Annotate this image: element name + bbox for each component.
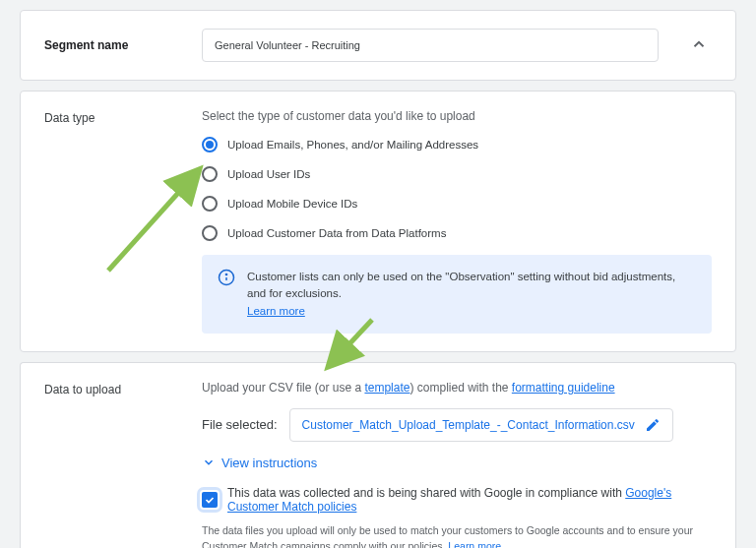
radio-option-data-platforms[interactable]: Upload Customer Data from Data Platforms <box>202 225 712 241</box>
radio-label: Upload Mobile Device IDs <box>227 198 357 210</box>
upload-desc-mid: ) complied with the <box>410 381 511 395</box>
svg-point-2 <box>225 274 226 274</box>
view-instructions-label: View instructions <box>221 456 317 470</box>
file-name: Customer_Match_Upload_Template_-_Contact… <box>302 418 635 432</box>
pencil-icon[interactable] <box>645 417 661 433</box>
file-box: Customer_Match_Upload_Template_-_Contact… <box>289 408 673 442</box>
segment-name-card: Segment name <box>20 10 736 81</box>
info-banner: Customer lists can only be used on the "… <box>202 255 712 334</box>
radio-label: Upload User IDs <box>227 168 310 180</box>
template-link[interactable]: template <box>364 381 410 395</box>
radio-option-emails[interactable]: Upload Emails, Phones, and/or Mailing Ad… <box>202 137 712 152</box>
fine-print: The data files you upload will only be u… <box>202 523 712 548</box>
info-text: Customer lists can only be used on the "… <box>247 271 675 299</box>
compliance-checkbox[interactable] <box>202 492 218 508</box>
info-icon <box>218 269 235 286</box>
compliance-row: This data was collected and is being sha… <box>202 486 712 514</box>
upload-desc-pre: Upload your CSV file (or use a <box>202 381 364 395</box>
upload-description: Upload your CSV file (or use a template)… <box>202 381 712 395</box>
info-learn-more-link[interactable]: Learn more <box>247 305 305 317</box>
radio-icon <box>202 166 218 182</box>
chevron-down-icon <box>202 456 216 469</box>
segment-name-input[interactable] <box>202 29 659 62</box>
formatting-guideline-link[interactable]: formatting guideline <box>512 381 615 395</box>
chevron-up-icon <box>690 35 708 53</box>
file-selected-label: File selected: <box>202 417 278 432</box>
radio-label: Upload Customer Data from Data Platforms <box>227 227 446 239</box>
data-type-description: Select the type of customer data you'd l… <box>202 109 712 123</box>
view-instructions-toggle[interactable]: View instructions <box>202 456 712 470</box>
data-type-card: Data type Select the type of customer da… <box>20 91 736 352</box>
data-type-label: Data type <box>44 109 182 334</box>
radio-icon <box>202 196 218 212</box>
radio-icon <box>202 137 218 152</box>
check-icon <box>204 494 216 506</box>
data-upload-label: Data to upload <box>44 381 182 548</box>
radio-option-user-ids[interactable]: Upload User IDs <box>202 166 712 182</box>
file-selected-row: File selected: Customer_Match_Upload_Tem… <box>202 408 712 442</box>
compliance-text: This data was collected and is being sha… <box>227 486 712 514</box>
data-upload-card: Data to upload Upload your CSV file (or … <box>20 362 736 548</box>
compliance-text-body: This data was collected and is being sha… <box>227 486 625 500</box>
segment-label: Segment name <box>44 38 182 52</box>
radio-icon <box>202 225 218 241</box>
radio-label: Upload Emails, Phones, and/or Mailing Ad… <box>227 139 478 151</box>
radio-option-mobile-ids[interactable]: Upload Mobile Device IDs <box>202 196 712 212</box>
fine-print-learn-more-link[interactable]: Learn more <box>448 540 501 549</box>
collapse-button[interactable] <box>686 31 712 60</box>
